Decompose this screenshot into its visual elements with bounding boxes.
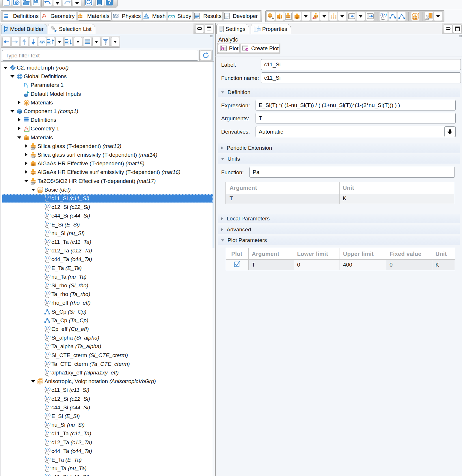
svg-text:(x): (x) (46, 386, 51, 391)
svg-text:(x): (x) (46, 430, 51, 434)
svg-text:(x): (x) (46, 473, 51, 476)
svg-text:(x): (x) (46, 230, 51, 234)
svg-text:?: ? (108, 0, 111, 5)
svg-text:(x): (x) (46, 465, 51, 469)
svg-text:(x): (x) (46, 456, 51, 460)
svg-text:(x): (x) (46, 404, 51, 408)
svg-text:(x): (x) (46, 291, 51, 295)
svg-text:(x): (x) (46, 212, 51, 216)
svg-text:(x): (x) (46, 343, 51, 347)
svg-text:(x): (x) (46, 413, 51, 417)
svg-text:P: P (24, 83, 27, 87)
svg-text:(x): (x) (46, 421, 51, 426)
svg-text:(x): (x) (46, 299, 51, 303)
svg-text:(x): (x) (382, 12, 387, 17)
svg-text:(x): (x) (46, 334, 51, 338)
svg-text:(x): (x) (46, 273, 51, 278)
svg-text:(x): (x) (46, 360, 51, 365)
svg-text:(x): (x) (46, 325, 51, 330)
svg-text:(x): (x) (46, 238, 51, 243)
svg-text:(x): (x) (46, 265, 51, 269)
svg-text:(x): (x) (46, 369, 51, 373)
svg-text:i: i (27, 85, 28, 88)
svg-text:(x): (x) (46, 282, 51, 286)
svg-text:(x): (x) (46, 439, 51, 443)
svg-text:(x): (x) (46, 447, 51, 452)
svg-text:(x): (x) (46, 203, 51, 208)
svg-text:(x): (x) (46, 352, 51, 356)
svg-text:(x): (x) (46, 256, 51, 260)
svg-text:(x): (x) (46, 221, 51, 225)
svg-text:(x): (x) (46, 395, 51, 400)
svg-text:(x): (x) (46, 195, 51, 199)
svg-text:(x): (x) (46, 247, 51, 251)
